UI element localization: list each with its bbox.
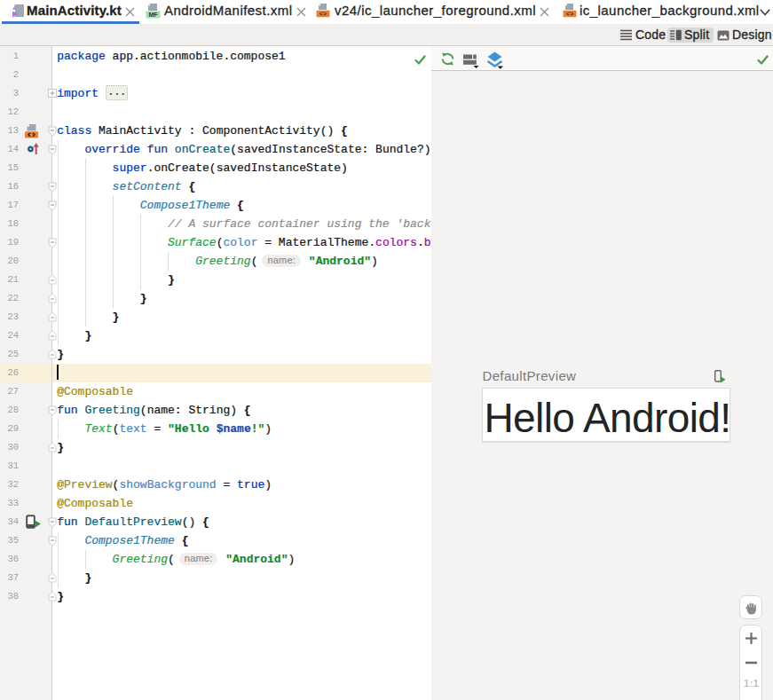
svg-text:MF: MF bbox=[148, 12, 158, 18]
svg-text:<>: <> bbox=[319, 11, 327, 18]
svg-text:<>: <> bbox=[566, 11, 573, 18]
